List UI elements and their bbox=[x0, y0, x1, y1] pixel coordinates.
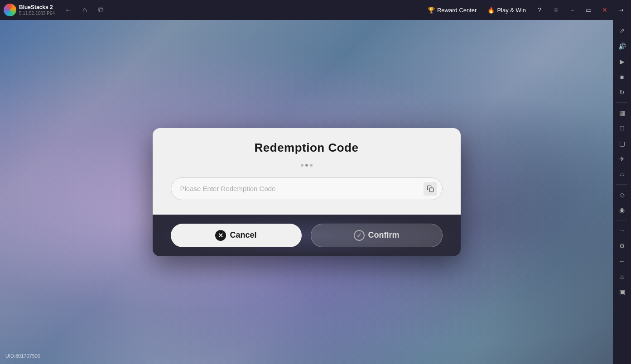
back-button[interactable]: ← bbox=[62, 4, 75, 16]
layers-icon[interactable]: ▦ bbox=[615, 105, 629, 120]
dot-3 bbox=[310, 164, 313, 167]
volume-icon[interactable]: 🔊 bbox=[615, 39, 629, 53]
bottom2-icon[interactable]: ▣ bbox=[615, 285, 629, 299]
cancel-icon: ✕ bbox=[215, 230, 226, 241]
controller-icon[interactable]: ▱ bbox=[615, 167, 629, 182]
close-button[interactable]: ✕ bbox=[598, 4, 611, 16]
paste-icon[interactable] bbox=[424, 182, 437, 196]
dot-1 bbox=[301, 164, 303, 167]
dot-2 bbox=[305, 164, 308, 167]
home2-icon[interactable]: ⌂ bbox=[615, 269, 629, 284]
back2-icon[interactable]: ← bbox=[615, 254, 629, 268]
home-button[interactable]: ⌂ bbox=[78, 4, 91, 16]
reward-icon: 🏆 bbox=[428, 7, 435, 14]
book-icon[interactable]: □ bbox=[615, 121, 629, 135]
fullscreen-icon[interactable]: ⇗ bbox=[615, 24, 629, 38]
topbar-right: 🏆 Reward Center 🔥 Play & Win ? ≡ − ▭ ✕ ⇢ bbox=[424, 4, 627, 16]
confirm-icon: ✓ bbox=[354, 230, 365, 241]
gamepad-icon[interactable]: ✈ bbox=[615, 152, 629, 166]
bluestacks-logo bbox=[4, 4, 16, 16]
divider-1 bbox=[617, 102, 627, 103]
modal-overlay: Redemption Code bbox=[0, 20, 613, 364]
modal-top: Redemption Code bbox=[153, 128, 461, 215]
app-name: BlueStacks 2 bbox=[19, 4, 55, 10]
redemption-code-input[interactable] bbox=[171, 177, 443, 200]
expand-button[interactable]: ⇢ bbox=[615, 4, 627, 16]
folder-icon[interactable]: ▢ bbox=[615, 136, 629, 151]
pin-icon[interactable]: ◉ bbox=[615, 203, 629, 217]
rotate-icon[interactable]: ↻ bbox=[615, 85, 629, 100]
confirm-label: Confirm bbox=[368, 230, 400, 240]
divider-2 bbox=[617, 184, 627, 185]
screenshot-icon[interactable]: ■ bbox=[615, 70, 629, 84]
cancel-button[interactable]: ✕ Cancel bbox=[171, 224, 302, 247]
more-icon[interactable]: ··· bbox=[615, 223, 629, 238]
settings-icon[interactable]: ⚙ bbox=[615, 239, 629, 253]
modal-divider bbox=[171, 164, 443, 167]
nav-buttons: ← ⌂ ⧉ bbox=[62, 4, 107, 16]
right-sidebar: ⇗ 🔊 ▶ ■ ↻ ▦ □ ▢ ✈ ▱ ◇ ◉ ··· ⚙ ← ⌂ ▣ bbox=[613, 20, 631, 364]
video-icon[interactable]: ▶ bbox=[615, 54, 629, 69]
app-version: 5.11.52.1003 P64 bbox=[19, 11, 55, 16]
tag-icon[interactable]: ◇ bbox=[615, 187, 629, 202]
modal-bottom: ✕ Cancel ✓ Confirm bbox=[153, 215, 461, 256]
divider-3 bbox=[617, 220, 627, 220]
app-info: BlueStacks 2 5.11.52.1003 P64 bbox=[19, 4, 55, 15]
reward-center-button[interactable]: 🏆 Reward Center bbox=[424, 5, 480, 15]
topbar: BlueStacks 2 5.11.52.1003 P64 ← ⌂ ⧉ 🏆 Re… bbox=[0, 0, 631, 20]
copy-button[interactable]: ⧉ bbox=[95, 4, 107, 16]
help-button[interactable]: ? bbox=[533, 4, 546, 16]
input-wrapper bbox=[171, 177, 443, 200]
restore-button[interactable]: ▭ bbox=[582, 4, 595, 16]
confirm-button[interactable]: ✓ Confirm bbox=[311, 224, 443, 247]
minimize-button[interactable]: − bbox=[566, 4, 578, 16]
play-win-button[interactable]: 🔥 Play & Win bbox=[484, 5, 530, 15]
reward-center-label: Reward Center bbox=[437, 7, 477, 14]
playnwin-icon: 🔥 bbox=[487, 7, 495, 14]
redemption-modal: Redemption Code bbox=[153, 128, 461, 256]
menu-button[interactable]: ≡ bbox=[549, 4, 562, 16]
cancel-label: Cancel bbox=[230, 230, 256, 240]
divider-dots bbox=[297, 164, 316, 167]
modal-title: Redemption Code bbox=[171, 141, 443, 155]
play-win-label: Play & Win bbox=[497, 7, 526, 14]
uid-label: UID:801707500 bbox=[5, 353, 40, 359]
divider-right bbox=[316, 165, 443, 165]
divider-left bbox=[171, 165, 297, 165]
svg-rect-0 bbox=[429, 188, 434, 192]
